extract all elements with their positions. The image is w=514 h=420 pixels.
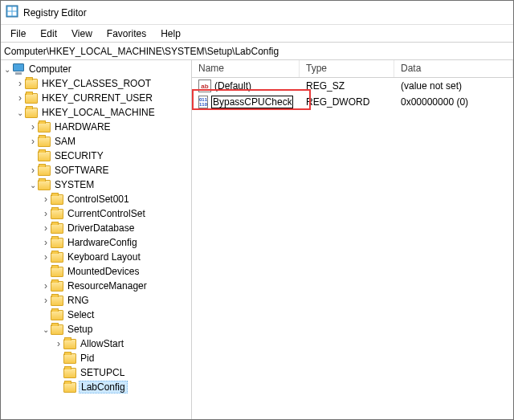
expander-icon[interactable] — [41, 325, 51, 334]
expander-icon[interactable] — [54, 338, 63, 349]
string-value-icon: ab — [198, 80, 211, 92]
registry-editor-window: Registry Editor File Edit View Favorites… — [0, 0, 514, 420]
expander-icon[interactable] — [28, 165, 38, 176]
value-type: REG_SZ — [300, 80, 394, 92]
tree-label: ResourceManager — [66, 280, 149, 292]
tree-label: SECURITY — [53, 150, 105, 161]
tree-label: SAM — [53, 136, 77, 147]
expander-icon[interactable] — [41, 222, 51, 234]
address-bar[interactable]: Computer\HKEY_LOCAL_MACHINE\SYSTEM\Setup… — [1, 43, 513, 60]
menu-edit[interactable]: Edit — [34, 27, 63, 41]
folder-icon — [51, 324, 63, 335]
tree-node-driverdatabase[interactable]: DriverDatabase — [1, 221, 191, 235]
tree-label: Select — [66, 309, 96, 320]
tree-node-pid[interactable]: Pid — [1, 351, 191, 365]
folder-icon — [51, 296, 63, 306]
window-title: Registry Editor — [23, 7, 87, 18]
expander-icon[interactable] — [41, 237, 51, 248]
expander-icon[interactable] — [15, 92, 25, 104]
menu-bar: File Edit View Favorites Help — [1, 25, 513, 43]
menu-file[interactable]: File — [4, 27, 32, 41]
address-text: Computer\HKEY_LOCAL_MACHINE\SYSTEM\Setup… — [4, 46, 279, 57]
value-row-default[interactable]: ab (Default) REG_SZ (value not set) — [192, 78, 513, 94]
tree-node-security[interactable]: SECURITY — [1, 149, 191, 163]
tree-label: Computer — [27, 63, 73, 75]
expander-icon[interactable] — [15, 108, 25, 117]
folder-icon — [63, 339, 76, 349]
tree-node-resourcemanager[interactable]: ResourceManager — [1, 279, 191, 293]
tree-label: HARDWARE — [53, 121, 112, 133]
registry-tree[interactable]: Computer HKEY_CLASSES_ROOT HKEY_CURRENT_… — [1, 60, 192, 419]
expander-icon[interactable] — [28, 136, 38, 147]
tree-node-setup[interactable]: Setup — [1, 322, 191, 336]
folder-icon — [63, 382, 76, 393]
tree-node-keyboardlayout[interactable]: Keyboard Layout — [1, 250, 191, 264]
column-header-name[interactable]: Name — [192, 60, 300, 77]
tree-node-select[interactable]: Select — [1, 308, 191, 322]
folder-icon — [51, 252, 63, 263]
expander-icon[interactable] — [41, 295, 51, 306]
column-header-data[interactable]: Data — [394, 60, 513, 77]
expander-icon[interactable] — [41, 208, 51, 219]
app-icon — [6, 5, 18, 20]
svg-rect-3 — [8, 12, 12, 16]
expander-icon[interactable] — [28, 181, 38, 190]
tree-node-hklm[interactable]: HKEY_LOCAL_MACHINE — [1, 105, 191, 120]
value-list-pane: Name Type Data ab (Default) REG_SZ (valu… — [192, 60, 513, 419]
tree-node-system[interactable]: SYSTEM — [1, 177, 191, 192]
tree-label: Setup — [66, 324, 94, 335]
folder-icon — [51, 238, 63, 248]
folder-icon — [25, 93, 38, 104]
folder-icon — [51, 223, 63, 234]
tree-label: CurrentControlSet — [66, 208, 147, 219]
dword-value-icon: 011110 — [198, 96, 208, 108]
expander-icon[interactable] — [41, 251, 51, 263]
expander-icon[interactable] — [41, 280, 51, 292]
tree-label: HardwareConfig — [66, 237, 139, 248]
tree-node-sam[interactable]: SAM — [1, 134, 191, 149]
folder-icon — [51, 310, 63, 320]
menu-favorites[interactable]: Favorites — [100, 27, 153, 41]
tree-label: SYSTEM — [53, 179, 96, 190]
column-header-type[interactable]: Type — [300, 60, 394, 77]
tree-label: HKEY_LOCAL_MACHINE — [40, 107, 157, 118]
folder-icon — [38, 122, 51, 133]
tree-node-rng[interactable]: RNG — [1, 293, 191, 308]
tree-node-hardware[interactable]: HARDWARE — [1, 120, 191, 134]
value-name-edit[interactable] — [211, 96, 293, 108]
tree-label: ControlSet001 — [66, 194, 131, 205]
expander-icon[interactable] — [28, 121, 38, 133]
tree-label: RNG — [66, 295, 91, 306]
folder-icon — [51, 267, 63, 277]
value-row-bypass[interactable]: 011110 REG_DWORD 0x00000000 (0) — [192, 94, 513, 110]
content-area: Computer HKEY_CLASSES_ROOT HKEY_CURRENT_… — [1, 60, 513, 419]
computer-icon — [12, 63, 25, 75]
svg-rect-1 — [8, 7, 12, 11]
tree-node-setupcl[interactable]: SETUPCL — [1, 365, 191, 380]
tree-node-hkcr[interactable]: HKEY_CLASSES_ROOT — [1, 76, 191, 91]
tree-node-hardwareconfig[interactable]: HardwareConfig — [1, 235, 191, 250]
expander-icon[interactable] — [2, 65, 12, 74]
menu-view[interactable]: View — [65, 27, 99, 41]
folder-icon — [38, 137, 51, 147]
tree-node-controlset001[interactable]: ControlSet001 — [1, 192, 191, 206]
tree-node-allowstart[interactable]: AllowStart — [1, 336, 191, 351]
expander-icon[interactable] — [41, 194, 51, 205]
folder-icon — [63, 368, 76, 378]
tree-node-hkcu[interactable]: HKEY_CURRENT_USER — [1, 91, 191, 105]
menu-help[interactable]: Help — [154, 27, 187, 41]
folder-icon — [25, 108, 38, 118]
tree-node-computer[interactable]: Computer — [1, 62, 191, 76]
tree-node-currentcontrolset[interactable]: CurrentControlSet — [1, 206, 191, 221]
tree-label: LabConfig — [79, 381, 128, 393]
tree-label: Pid — [79, 353, 96, 364]
folder-icon — [51, 281, 63, 292]
tree-node-software[interactable]: SOFTWARE — [1, 163, 191, 177]
folder-icon — [38, 151, 51, 161]
tree-node-mounteddevices[interactable]: MountedDevices — [1, 264, 191, 279]
folder-icon — [51, 194, 63, 205]
expander-icon[interactable] — [15, 78, 25, 89]
tree-node-labconfig[interactable]: LabConfig — [1, 380, 191, 394]
tree-label: HKEY_CURRENT_USER — [40, 92, 154, 104]
tree-label: SETUPCL — [79, 367, 126, 378]
